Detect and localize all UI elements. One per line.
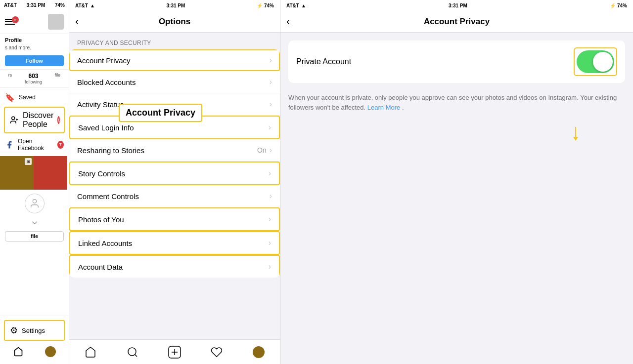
following-label: following bbox=[25, 80, 42, 84]
learn-more-link[interactable]: Learn More bbox=[367, 104, 400, 111]
carrier-2: AT&T bbox=[75, 3, 88, 8]
photos-of-you-right: › bbox=[269, 215, 271, 224]
story-controls-label: Story Controls bbox=[78, 169, 125, 178]
linked-accounts-right: › bbox=[269, 239, 271, 247]
time-3: 3:31 PM bbox=[449, 3, 467, 8]
carrier-3: AT&T bbox=[286, 3, 299, 8]
settings-label: Settings bbox=[22, 327, 45, 334]
carrier-1: AT&T bbox=[4, 2, 17, 8]
blocked-right: › bbox=[270, 78, 272, 86]
edit-profile-button[interactable]: file bbox=[5, 231, 64, 242]
hamburger-menu-icon[interactable]: 2 bbox=[5, 19, 15, 25]
profile-icon-2[interactable] bbox=[251, 345, 266, 360]
panel-bottom: ⚙ Settings bbox=[0, 316, 69, 364]
stat-followers: rs bbox=[8, 73, 12, 84]
menu-item-facebook[interactable]: Open Facebook 7 bbox=[0, 133, 69, 156]
svg-point-0 bbox=[12, 117, 15, 120]
gear-icon: ⚙ bbox=[10, 325, 18, 336]
options-item-photos-of-you[interactable]: Photos of You › bbox=[69, 207, 280, 231]
menu-item-discover[interactable]: Discover People 1 bbox=[4, 107, 65, 133]
photo-thumb-2 bbox=[34, 156, 67, 190]
status-bar-3: AT&T ▲ 3:31 PM ⚡ 74% bbox=[280, 0, 633, 11]
options-item-account-data[interactable]: Account Data › bbox=[69, 255, 280, 278]
chevron-icon-5: › bbox=[269, 169, 271, 178]
settings-highlight-box[interactable]: ⚙ Settings bbox=[4, 320, 65, 341]
stat-file: file bbox=[55, 73, 61, 84]
toggle-highlight-box bbox=[574, 47, 617, 76]
person-add-icon bbox=[10, 115, 19, 125]
story-controls-right: › bbox=[269, 169, 271, 178]
resharing-right: On › bbox=[257, 146, 272, 155]
chevron-icon-2: › bbox=[270, 100, 272, 109]
bt-3: ⚡ bbox=[610, 3, 616, 8]
account-privacy-annotation: Account Privacy bbox=[119, 104, 202, 122]
back-button-2[interactable]: ‹ bbox=[75, 15, 79, 28]
linked-accounts-label: Linked Accounts bbox=[78, 239, 132, 247]
heart-icon-2[interactable] bbox=[209, 345, 224, 360]
bookmark-icon: 🔖 bbox=[5, 92, 15, 102]
home-icon-2[interactable] bbox=[83, 345, 98, 360]
chevron-icon-1: › bbox=[270, 78, 272, 86]
resharing-label: Resharing to Stories bbox=[77, 146, 144, 155]
blocked-label: Blocked Accounts bbox=[77, 78, 136, 86]
home-nav-icon[interactable] bbox=[13, 346, 24, 357]
profile-nav-avatar[interactable] bbox=[45, 346, 56, 357]
options-item-account-privacy[interactable]: Account Privacy › bbox=[69, 49, 280, 71]
arrow-svg bbox=[497, 122, 595, 142]
chevron-icon-3: › bbox=[269, 123, 271, 132]
options-item-story-controls[interactable]: Story Controls › bbox=[69, 162, 280, 185]
account-privacy-content: Private Account When your account is pri… bbox=[280, 33, 633, 364]
account-data-right: › bbox=[269, 262, 271, 271]
menu-item-saved[interactable]: 🔖 Saved bbox=[0, 88, 69, 107]
arrow-area bbox=[288, 122, 625, 142]
photo-thumb-1: ⊞ bbox=[0, 156, 34, 190]
stat-following: 603 following bbox=[25, 73, 42, 84]
following-count: 603 bbox=[28, 73, 38, 80]
follow-button[interactable]: Follow bbox=[5, 55, 64, 66]
svg-point-3 bbox=[33, 200, 36, 203]
options-list: Account Privacy › Blocked Accounts › Act… bbox=[69, 49, 280, 278]
profile-images: ⊞ bbox=[0, 156, 69, 190]
facebook-icon bbox=[5, 140, 14, 150]
profile-menu: 🔖 Saved Discover People 1 bbox=[0, 88, 69, 316]
privacy-description-text: When your account is private, only peopl… bbox=[288, 91, 625, 112]
options-nav-bar: ‹ Options bbox=[69, 11, 280, 33]
battery-3: 74% bbox=[617, 3, 627, 8]
options-item-resharing[interactable]: Resharing to Stories On › bbox=[69, 139, 280, 162]
chevron-icon-7: › bbox=[269, 215, 271, 224]
activity-label: Activity Status bbox=[77, 100, 124, 109]
resharing-value: On bbox=[257, 146, 267, 154]
wifi-2: ▲ bbox=[90, 3, 95, 8]
back-button-3[interactable]: ‹ bbox=[286, 15, 290, 28]
panel-account-privacy: AT&T ▲ 3:31 PM ⚡ 74% ‹ Account Privacy P… bbox=[280, 0, 633, 364]
battery-2: 74% bbox=[264, 3, 274, 8]
add-icon-2[interactable] bbox=[167, 345, 182, 360]
status-bar-1: AT&T 3:31 PM 74% bbox=[0, 0, 69, 10]
facebook-label: Open Facebook bbox=[18, 138, 53, 152]
time-1: 3:31 PM bbox=[27, 2, 45, 8]
status-bar-2: AT&T ▲ 3:31 PM ⚡ 74% bbox=[69, 0, 280, 11]
toggle-knob bbox=[593, 52, 613, 72]
svg-line-5 bbox=[135, 354, 136, 356]
saved-login-label: Saved Login Info bbox=[78, 123, 134, 132]
options-item-blocked[interactable]: Blocked Accounts › bbox=[69, 71, 280, 93]
expand-icon[interactable] bbox=[0, 217, 69, 229]
profile-sub: s and more. bbox=[0, 45, 69, 53]
profile-icon-area bbox=[0, 190, 69, 217]
panel-options: AT&T ▲ 3:31 PM ⚡ 74% ‹ Options Privacy a… bbox=[69, 0, 280, 364]
profile-circle-icon bbox=[25, 194, 45, 213]
privacy-section-label: Privacy and Security bbox=[69, 33, 280, 49]
private-account-label: Private Account bbox=[296, 57, 351, 66]
file-label: file bbox=[55, 73, 61, 78]
search-icon-2[interactable] bbox=[125, 345, 140, 360]
svg-point-4 bbox=[128, 348, 136, 356]
avatar bbox=[48, 14, 64, 30]
private-account-toggle[interactable] bbox=[577, 50, 614, 73]
saved-label: Saved bbox=[19, 94, 36, 101]
profile-stats: rs 603 following file bbox=[0, 69, 69, 88]
options-item-comment-controls[interactable]: Comment Controls › bbox=[69, 185, 280, 207]
svg-marker-10 bbox=[573, 137, 578, 141]
photos-of-you-label: Photos of You bbox=[78, 215, 124, 224]
battery-1: 74% bbox=[55, 2, 65, 8]
options-item-linked-accounts[interactable]: Linked Accounts › bbox=[69, 231, 280, 255]
